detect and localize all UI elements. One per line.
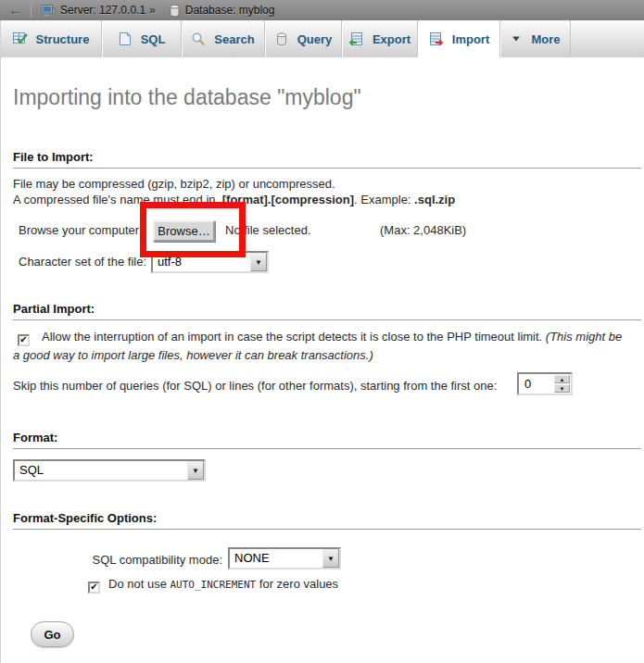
auto-increment-checkbox[interactable]	[88, 582, 100, 594]
tab-export[interactable]: Export	[342, 20, 418, 57]
sql-compat-select-value: NONE	[230, 549, 322, 568]
charset-select[interactable]: utf-8	[151, 251, 269, 273]
max-size-text: (Max: 2,048KiB)	[380, 223, 466, 237]
tab-label: More	[531, 32, 560, 46]
filename-rule-example: .sql.zip	[414, 193, 455, 206]
filename-rule-mid: . Example:	[354, 193, 414, 206]
breadcrumb: ← Server: 127.0.0.1 » Databa	[0, 0, 644, 20]
filename-rule: A compressed file's name must end in .[f…	[13, 193, 455, 206]
content-left-border	[0, 20, 1, 663]
stepper-buttons	[554, 375, 570, 393]
tab-label: Search	[214, 32, 254, 46]
chevron-down-icon	[510, 32, 523, 45]
charset-select-value: utf-8	[153, 253, 250, 271]
format-select-arrow-icon[interactable]	[187, 461, 204, 480]
compression-note: File may be compressed (gzip, bzip2, zip…	[13, 177, 335, 191]
skip-queries-stepper[interactable]: 0	[517, 372, 573, 395]
auto-increment-code: AUTO_INCREMENT	[170, 579, 257, 591]
partial-import-heading: Partial Import:	[13, 302, 641, 320]
charset-select-arrow-icon[interactable]	[250, 253, 267, 271]
sql-compat-label: SQL compatibility mode:	[13, 553, 222, 567]
sql-compat-select-arrow-icon[interactable]	[322, 549, 339, 568]
tab-label: SQL	[141, 32, 166, 46]
file-to-import-heading: File to Import:	[13, 150, 641, 169]
format-select[interactable]: SQL	[13, 459, 206, 482]
tab-bar: Structure SQL Search	[0, 20, 644, 57]
tab-label: Query	[297, 32, 333, 46]
no-file-selected-text: No file selected.	[225, 223, 311, 237]
structure-icon	[12, 31, 28, 46]
import-icon	[428, 31, 444, 46]
filename-rule-prefix: A compressed file's name must end in	[13, 193, 219, 206]
stepper-up-icon[interactable]	[554, 375, 570, 383]
charset-label: Character set of the file:	[19, 255, 146, 269]
sql-icon	[118, 31, 133, 46]
sql-compat-select[interactable]: NONE	[228, 547, 341, 569]
breadcrumb-server[interactable]: Server: 127.0.0.1	[41, 4, 145, 18]
breadcrumb-database[interactable]: Database: myblog	[169, 4, 275, 18]
filename-rule-pattern: .[format].[compression]	[219, 193, 354, 206]
tab-query[interactable]: Query	[265, 20, 342, 57]
phpmyadmin-import-page: ← Server: 127.0.0.1 » Databa	[0, 0, 644, 663]
format-select-value: SQL	[15, 461, 187, 480]
skip-queries-value: 0	[519, 374, 553, 394]
tab-label: Export	[373, 32, 410, 46]
browse-label: Browse your computer:	[19, 223, 143, 237]
server-monitor-icon	[41, 4, 56, 18]
back-arrow-icon[interactable]: ←	[0, 3, 32, 18]
auto-increment-label-suffix: for zero values	[256, 577, 338, 591]
interrupt-checkbox[interactable]	[18, 334, 30, 346]
auto-increment-label-prefix: Do not use	[108, 577, 170, 591]
tab-label: Import	[452, 32, 489, 46]
go-button[interactable]: Go	[31, 621, 74, 647]
browse-button[interactable]: Browse…	[153, 220, 215, 242]
tab-search[interactable]: Search	[182, 20, 265, 57]
tab-label: Structure	[36, 32, 90, 46]
interrupt-option-row: Allow the interruption of an import in c…	[13, 328, 631, 364]
format-heading: Format:	[13, 431, 641, 449]
breadcrumb-separator: »	[149, 4, 156, 17]
format-specific-options-heading: Format-Specific Options:	[13, 511, 641, 530]
interrupt-label: Allow the interruption of an import in c…	[42, 330, 546, 344]
export-icon	[348, 31, 364, 46]
auto-increment-option-row: Do not use AUTO_INCREMENT for zero value…	[88, 577, 338, 594]
database-icon	[169, 4, 181, 18]
stepper-down-icon[interactable]	[554, 384, 570, 393]
skip-queries-label: Skip this number of queries (for SQL) or…	[13, 379, 497, 393]
breadcrumb-database-label: Database: myblog	[185, 4, 275, 17]
tab-more[interactable]: More	[500, 20, 571, 57]
tab-import[interactable]: Import	[418, 20, 500, 57]
tab-sql[interactable]: SQL	[102, 20, 182, 57]
breadcrumb-server-label: Server: 127.0.0.1	[60, 4, 145, 17]
tab-structure[interactable]: Structure	[0, 20, 102, 57]
query-icon	[274, 31, 289, 46]
page-title: Importing into the database "myblog"	[13, 85, 361, 110]
search-icon	[191, 31, 206, 46]
